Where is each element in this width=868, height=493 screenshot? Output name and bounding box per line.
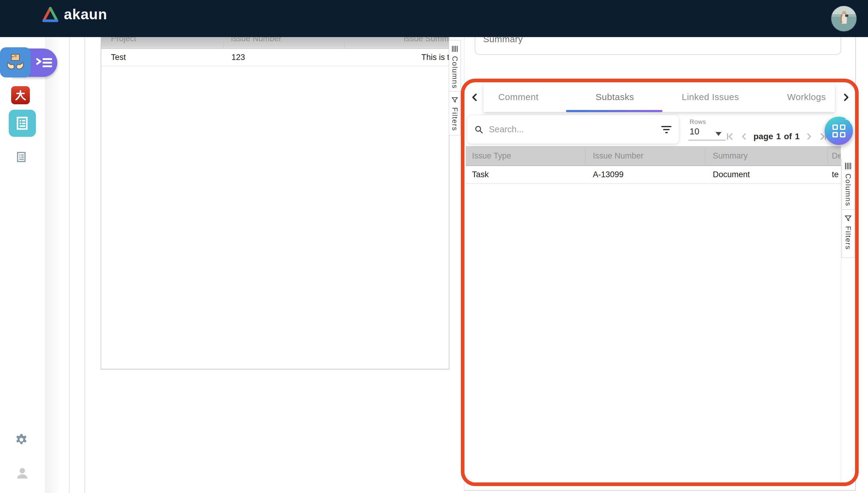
sidebar-item-ledger-app-active[interactable] <box>9 110 36 137</box>
sidebar-shadow <box>46 37 60 493</box>
first-page-icon <box>725 132 735 141</box>
chevron-left-icon <box>470 92 480 103</box>
triangle-logo-icon <box>42 6 59 23</box>
ledger-icon <box>16 151 27 163</box>
dropdown-caret-icon[interactable] <box>716 132 721 136</box>
subtasks-search <box>467 115 679 144</box>
column-header-issue-number: Issue Number <box>593 146 644 166</box>
avatar-photo <box>831 6 856 31</box>
user-icon <box>16 467 29 480</box>
sidebar-item-ledger-secondary[interactable] <box>16 151 27 163</box>
columns-side-tab-label: Columns <box>845 174 852 207</box>
gear-icon <box>15 433 28 446</box>
ledger-icon <box>15 116 29 130</box>
sidebar <box>0 37 46 493</box>
filter-list-icon[interactable] <box>661 126 672 133</box>
tab-worklogs[interactable]: Worklogs <box>787 82 826 112</box>
table-row[interactable]: Test 123 This is t <box>101 49 449 66</box>
tab-comment[interactable]: Comment <box>498 82 539 112</box>
search-icon <box>474 125 483 134</box>
active-tab-indicator <box>566 110 663 112</box>
cell-issue-number: 123 <box>232 49 245 66</box>
cell-issue-summary: This is t <box>421 49 449 66</box>
pagination: page 1 of 1 <box>725 129 828 144</box>
search-input[interactable] <box>488 124 656 135</box>
sidebar-item-cjk-app[interactable] <box>11 86 30 104</box>
filter-funnel-icon <box>844 215 852 222</box>
detail-tabs: Comment Subtasks Linked Issues Worklogs <box>483 82 835 112</box>
tab-linked-issues[interactable]: Linked Issues <box>682 82 739 112</box>
table-edge-line <box>841 159 841 485</box>
sidebar-toggle-icon <box>36 56 52 69</box>
columns-icon <box>451 45 458 52</box>
column-header-issue-type: Issue Type <box>472 146 511 166</box>
filters-side-tab-label: Filters <box>845 226 852 250</box>
cell-issue-number: A-13099 <box>593 166 624 183</box>
cjk-character-icon <box>15 89 26 101</box>
tab-subtasks[interactable]: Subtasks <box>595 82 634 112</box>
chevron-right-icon <box>841 92 851 103</box>
brand-name: akaun <box>64 6 107 23</box>
panel-divider <box>84 37 85 493</box>
column-divider <box>827 147 828 164</box>
tabs-scroll-left-button[interactable] <box>469 91 480 103</box>
subtasks-table-header: Issue Type Issue Number Summary De <box>465 146 841 166</box>
table-row[interactable]: Task A-13099 Document te <box>465 166 841 184</box>
next-page-button[interactable] <box>804 132 813 141</box>
rows-select-underline <box>688 140 726 141</box>
user-avatar[interactable] <box>831 6 856 31</box>
chevron-right-icon <box>804 132 813 141</box>
scrollbar-corner <box>841 146 855 159</box>
filters-side-tab[interactable]: Filters <box>449 91 461 135</box>
previous-page-button[interactable] <box>740 132 748 141</box>
brand-logo[interactable]: akaun <box>42 6 107 23</box>
hands-package-icon <box>5 52 25 72</box>
apps-fab-button[interactable] <box>825 116 853 145</box>
account-button[interactable] <box>16 467 29 480</box>
columns-side-tab[interactable]: Columns <box>842 157 855 210</box>
cell-description: te <box>832 166 839 183</box>
cell-summary: Document <box>713 166 750 183</box>
settings-button[interactable] <box>15 433 28 446</box>
panel-divider <box>69 37 70 493</box>
cell-issue-type: Task <box>472 166 489 183</box>
column-header-summary: Summary <box>713 146 748 166</box>
cell-project: Test <box>111 49 126 66</box>
sidebar-item-logistics-app[interactable] <box>0 47 31 78</box>
app-window: Project Issue Number Issue Summa Test 12… <box>0 0 868 493</box>
rows-per-page-value[interactable]: 10 <box>690 127 699 136</box>
top-navigation-bar: akaun <box>0 0 868 37</box>
columns-side-tab-label: Columns <box>451 56 458 89</box>
column-divider <box>585 147 586 164</box>
filter-funnel-icon <box>451 97 458 104</box>
filters-side-tab-label: Filters <box>451 107 458 131</box>
columns-icon <box>844 162 852 170</box>
rows-per-page-label: Rows <box>690 118 706 125</box>
columns-side-tab[interactable]: Columns <box>449 40 461 92</box>
first-page-button[interactable] <box>725 132 735 141</box>
tabs-scroll-right-button[interactable] <box>840 91 852 103</box>
page-indicator: page 1 of 1 <box>754 132 800 141</box>
chevron-left-icon <box>740 132 748 141</box>
issues-table: Project Issue Number Issue Summa Test 12… <box>101 29 449 369</box>
filters-side-tab[interactable]: Filters <box>842 210 855 258</box>
column-divider <box>705 147 705 164</box>
